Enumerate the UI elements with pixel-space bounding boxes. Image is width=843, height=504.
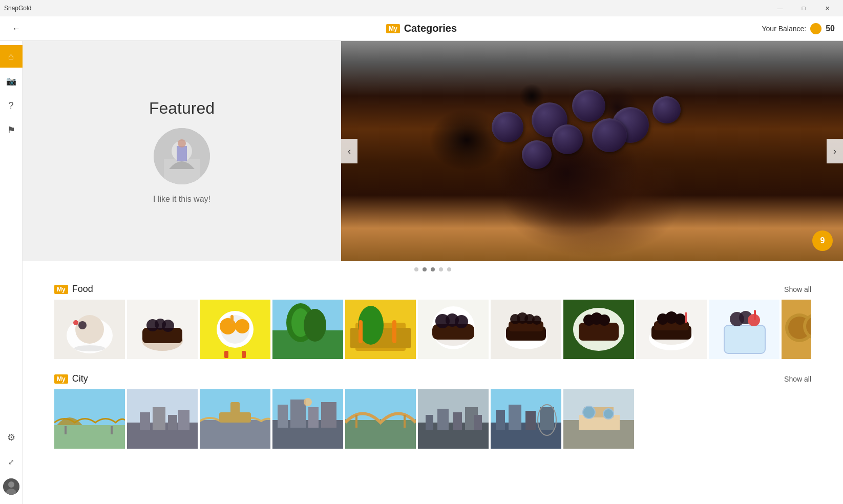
food-category-header: My Food Show all — [54, 278, 811, 300]
food-photo-8[interactable] — [563, 300, 634, 359]
city-photo-3[interactable] — [200, 389, 270, 449]
topbar-center: My Categories — [386, 23, 457, 34]
svg-point-23 — [220, 318, 236, 334]
dot-2[interactable] — [423, 267, 427, 271]
food-photo-7[interactable] — [491, 300, 561, 359]
balance-amount: 50 — [826, 24, 835, 33]
app-title: SnapGold — [4, 5, 31, 12]
svg-rect-25 — [230, 315, 234, 324]
svg-point-13 — [74, 345, 105, 351]
svg-rect-119 — [540, 407, 554, 430]
camera-icon: 📷 — [6, 76, 16, 86]
city-photo-5[interactable] — [345, 389, 416, 449]
food-photo-3[interactable] — [200, 300, 270, 359]
city-show-all[interactable]: Show all — [784, 375, 811, 383]
food-photo-11[interactable] — [782, 300, 811, 359]
dot-1[interactable] — [414, 267, 418, 271]
city-category-header: My City Show all — [54, 367, 811, 389]
food-photo-6[interactable] — [418, 300, 489, 359]
svg-rect-101 — [321, 402, 336, 428]
my-badge-food: My — [54, 285, 68, 294]
balance-coin — [810, 23, 821, 34]
settings-icon: ⚙ — [7, 432, 15, 443]
city-photo-7[interactable] — [491, 389, 561, 449]
sidebar-item-avatar[interactable] — [0, 475, 23, 498]
svg-rect-68 — [685, 312, 687, 323]
food-header-left: My Food — [54, 284, 93, 295]
city-header-left: My City — [54, 373, 88, 384]
svg-rect-88 — [140, 412, 150, 430]
dot-4[interactable] — [439, 267, 443, 271]
food-photo-5[interactable] — [345, 300, 416, 359]
svg-point-7 — [178, 139, 186, 148]
featured-avatar[interactable] — [154, 128, 210, 184]
app-container: ← My Categories Your Balance: 50 ⌂ 📷 ? ⚑ — [0, 16, 843, 504]
hero-left: Featured — [23, 41, 341, 261]
svg-rect-16 — [142, 328, 182, 343]
food-photo-10[interactable] — [709, 300, 779, 359]
svg-point-10 — [75, 315, 104, 344]
food-photo-1[interactable] — [54, 300, 125, 359]
sidebar-item-camera[interactable]: 📷 — [0, 70, 23, 92]
sidebar-item-share[interactable]: ⤢ — [0, 451, 23, 473]
sidebar: ⌂ 📷 ? ⚑ ⚙ ⤢ — [0, 41, 23, 504]
page-title: Categories — [404, 23, 457, 34]
svg-rect-84 — [65, 426, 67, 434]
svg-rect-116 — [496, 410, 505, 430]
svg-point-45 — [455, 315, 468, 328]
city-photo-4[interactable] — [272, 389, 343, 449]
svg-rect-99 — [290, 400, 306, 428]
svg-rect-56 — [579, 323, 619, 341]
hero-nav-right[interactable]: › — [827, 139, 843, 163]
svg-point-125 — [583, 406, 595, 418]
svg-rect-90 — [168, 415, 177, 430]
sidebar-item-settings[interactable]: ⚙ — [0, 426, 23, 449]
svg-rect-74 — [754, 310, 756, 320]
svg-rect-91 — [178, 410, 189, 430]
topbar: ← My Categories Your Balance: 50 — [0, 16, 843, 41]
hero-section: Featured — [23, 41, 843, 261]
back-button[interactable]: ← — [8, 20, 25, 37]
svg-rect-109 — [426, 415, 433, 430]
titlebar-controls: — □ ✕ — [768, 0, 839, 16]
dot-5[interactable] — [447, 267, 451, 271]
featured-caption: I like it this way! — [153, 195, 210, 204]
svg-rect-89 — [153, 407, 165, 430]
svg-rect-117 — [509, 405, 521, 430]
food-photo-row — [54, 300, 811, 359]
home-icon: ⌂ — [8, 51, 14, 62]
svg-point-24 — [235, 319, 249, 333]
minimize-button[interactable]: — — [768, 0, 792, 16]
svg-point-126 — [603, 409, 614, 419]
content-area[interactable]: Featured — [23, 41, 843, 504]
chevron-left-icon: ‹ — [348, 146, 351, 157]
hero-nav-left[interactable]: ‹ — [341, 139, 357, 163]
avatar — [3, 478, 19, 495]
my-badge-city: My — [54, 374, 68, 384]
svg-rect-95 — [230, 402, 240, 415]
city-photo-8[interactable] — [563, 389, 634, 449]
food-photo-2[interactable] — [127, 300, 198, 359]
food-photo-4[interactable] — [272, 300, 343, 359]
chevron-right-icon: › — [833, 146, 836, 157]
maximize-button[interactable]: □ — [792, 0, 815, 16]
dot-3[interactable] — [431, 267, 435, 271]
close-button[interactable]: ✕ — [815, 0, 839, 16]
city-photo-6[interactable] — [418, 389, 489, 449]
sidebar-item-home[interactable]: ⌂ — [0, 45, 23, 68]
svg-rect-98 — [278, 405, 288, 428]
food-photo-9[interactable] — [636, 300, 707, 359]
svg-rect-105 — [355, 415, 357, 428]
sidebar-item-flag[interactable]: ⚑ — [0, 119, 23, 141]
food-show-all[interactable]: Show all — [784, 285, 811, 293]
svg-rect-100 — [308, 407, 319, 428]
city-photo-1[interactable] — [54, 389, 125, 449]
svg-point-32 — [304, 309, 326, 342]
svg-rect-110 — [437, 409, 449, 430]
city-photo-2[interactable] — [127, 389, 198, 449]
sidebar-item-help[interactable]: ? — [0, 94, 23, 117]
photo-counter: 9 — [812, 230, 833, 251]
share-icon: ⤢ — [8, 458, 14, 466]
main-layout: ⌂ 📷 ? ⚑ ⚙ ⤢ — [0, 41, 843, 504]
svg-rect-85 — [111, 426, 113, 434]
